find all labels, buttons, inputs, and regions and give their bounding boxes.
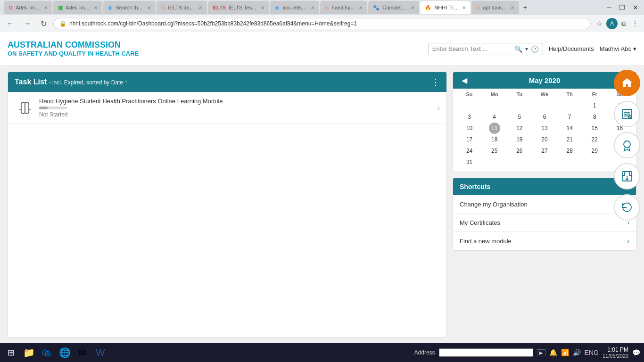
tab-9[interactable]: 🔥 NHHI Tr... ✕: [420, 1, 470, 14]
cal-day-empty: [507, 156, 532, 168]
cal-header-we: We: [532, 89, 557, 100]
tab-1[interactable]: M Adel- Im... ✕: [4, 1, 52, 14]
tab-close-3[interactable]: ✕: [147, 5, 151, 10]
volume-icon[interactable]: 🔊: [573, 349, 581, 356]
task-panel-menu-button[interactable]: ⋮: [431, 77, 440, 87]
cal-day-29[interactable]: 29: [582, 145, 607, 156]
cal-day-13[interactable]: 13: [532, 123, 557, 134]
side-nav-history-button[interactable]: [614, 194, 640, 221]
taskbar-go-button[interactable]: ▶: [537, 349, 545, 356]
tab-5[interactable]: IELTS IELTS Tes... ✕: [208, 1, 269, 14]
tab-3[interactable]: ◉ Search th... ✕: [103, 1, 155, 14]
forward-button[interactable]: →: [21, 18, 34, 29]
tab-6[interactable]: ◉ apc-ielts... ✕: [270, 1, 319, 14]
cal-day-6[interactable]: 6: [532, 111, 557, 123]
calendar-week-5: 24 25 26 27 28 29 30: [457, 145, 632, 156]
taskbar-icon-chrome[interactable]: 🌐: [57, 345, 72, 360]
taskbar-icon-store[interactable]: 🛍: [39, 345, 54, 360]
main-content: Task List - incl. Expired, sorted by Dat…: [0, 66, 644, 343]
profile-button[interactable]: A: [606, 18, 618, 29]
tab-close-2[interactable]: ✕: [94, 5, 98, 10]
taskbar-address-input[interactable]: [439, 348, 533, 357]
back-button[interactable]: ←: [4, 18, 17, 29]
cal-day-14[interactable]: 14: [557, 123, 582, 134]
side-nav-certificate-button[interactable]: [614, 132, 640, 158]
cal-day-21[interactable]: 21: [557, 134, 582, 145]
shortcut-find-module[interactable]: Find a new module ›: [453, 232, 636, 250]
cal-day-3[interactable]: 3: [457, 111, 482, 123]
tab-close-7[interactable]: ✕: [359, 5, 363, 10]
search-button[interactable]: 🔍: [514, 45, 522, 53]
cal-day-27[interactable]: 27: [532, 145, 557, 156]
cal-day-7[interactable]: 7: [557, 111, 582, 123]
url-text: nhhi.southrock.com/cgi-bin/Dashboard.cgi…: [69, 20, 585, 27]
cal-day-28[interactable]: 28: [557, 145, 582, 156]
tab-close-5[interactable]: ✕: [261, 5, 264, 10]
cal-day-5[interactable]: 5: [507, 111, 532, 123]
shortcut-certificates[interactable]: My Certificates ›: [453, 214, 636, 232]
cal-day-24[interactable]: 24: [457, 145, 482, 156]
start-button[interactable]: ⊞: [4, 346, 18, 360]
search-history-button[interactable]: 🕐: [531, 45, 539, 53]
cal-day-17[interactable]: 17: [457, 134, 482, 145]
cal-day-15[interactable]: 15: [582, 123, 607, 134]
bookmark-button[interactable]: ☆: [594, 18, 604, 29]
taskbar-icon-word[interactable]: W: [93, 345, 108, 360]
task-list-subtitle: - incl. Expired, sorted by Date ↑: [49, 79, 128, 86]
tab-close-10[interactable]: ✕: [511, 5, 514, 10]
minimize-button[interactable]: ─: [605, 4, 613, 11]
logo-sub-text: ON SAFETY AND QUALITY IN HEALTH CARE: [8, 50, 139, 57]
close-button[interactable]: ✕: [631, 4, 640, 11]
cal-day-empty: [457, 100, 482, 111]
notifications-panel-icon[interactable]: 💬: [632, 349, 640, 356]
side-nav-courses-button[interactable]: [614, 101, 640, 127]
taskbar-icon-mail[interactable]: ✉: [75, 345, 90, 360]
cal-day-19[interactable]: 19: [507, 134, 532, 145]
menu-button[interactable]: ⋮: [630, 18, 640, 29]
side-nav-home-button[interactable]: [614, 70, 640, 96]
task-item-icon: [15, 99, 33, 117]
help-documents-link[interactable]: Help/Documents: [549, 45, 594, 52]
calendar-prev-button[interactable]: ◀: [460, 76, 469, 85]
tab-8[interactable]: 🐾 Complet... ✕: [368, 1, 419, 14]
notification-icon[interactable]: 🔔: [549, 349, 557, 356]
cal-day-25[interactable]: 25: [482, 145, 507, 156]
cal-day-4[interactable]: 4: [482, 111, 507, 123]
extensions-button[interactable]: ⧉: [619, 18, 628, 29]
user-menu[interactable]: Madhvi Abc ▾: [600, 45, 636, 52]
maximize-button[interactable]: ❐: [617, 4, 627, 11]
tab-7[interactable]: G hand hy... ✕: [320, 1, 367, 14]
shortcuts-header: Shortcuts: [453, 178, 636, 195]
tab-4[interactable]: G IELTS tra... ✕: [157, 1, 207, 14]
tab-close-8[interactable]: ✕: [411, 5, 414, 10]
cal-day-empty: [507, 100, 532, 111]
new-tab-button[interactable]: +: [520, 3, 530, 12]
search-input[interactable]: [432, 45, 512, 52]
shortcut-change-org[interactable]: Change my Organisation ⬕: [453, 195, 636, 214]
tab-close-1[interactable]: ✕: [44, 5, 48, 10]
task-item-arrow-icon[interactable]: ›: [438, 104, 440, 112]
cal-day-10[interactable]: 10: [457, 123, 482, 134]
cal-day-20[interactable]: 20: [532, 134, 557, 145]
task-item[interactable]: Hand Hygiene Student Health Practitioner…: [8, 92, 446, 124]
cal-day-22[interactable]: 22: [582, 134, 607, 145]
cal-day-1[interactable]: 1: [582, 100, 607, 111]
tab-10[interactable]: G apt train... ✕: [471, 1, 519, 14]
cal-day-8[interactable]: 8: [582, 111, 607, 123]
search-dropdown-button[interactable]: ▾: [525, 46, 528, 52]
cal-day-12[interactable]: 12: [507, 123, 532, 134]
url-bar[interactable]: 🔒 nhhi.southrock.com/cgi-bin/Dashboard.c…: [53, 18, 591, 29]
cal-day-31[interactable]: 31: [457, 156, 482, 168]
task-panel-title: Task List - incl. Expired, sorted by Dat…: [15, 78, 127, 86]
tab-close-6[interactable]: ✕: [311, 5, 314, 10]
system-clock: 1:01 PM 11/05/2020: [603, 346, 628, 359]
side-nav-download-button[interactable]: [614, 163, 640, 189]
cal-day-11-today[interactable]: 11: [489, 123, 500, 134]
tab-close-4[interactable]: ✕: [198, 5, 202, 10]
cal-day-26[interactable]: 26: [507, 145, 532, 156]
reload-button[interactable]: ↻: [38, 18, 50, 29]
cal-day-18[interactable]: 18: [482, 134, 507, 145]
tab-close-9[interactable]: ✕: [462, 5, 466, 10]
taskbar-icon-file-explorer[interactable]: 📁: [21, 345, 36, 360]
tab-2[interactable]: ▦ Adel- Im... ✕: [53, 1, 102, 14]
